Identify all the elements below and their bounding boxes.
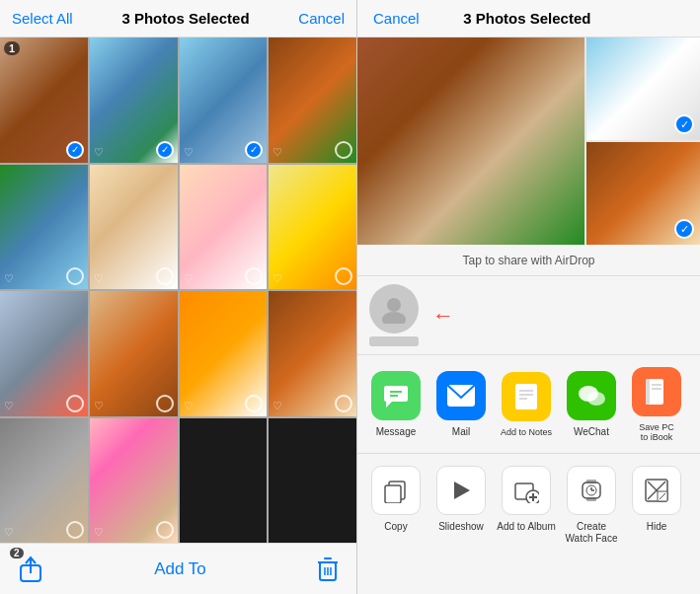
book-icon — [644, 377, 669, 407]
photo-cell[interactable]: 1 ✓ — [0, 37, 88, 163]
photo-cell[interactable]: ♡ — [90, 165, 178, 290]
photo-heart-icon: ♡ — [4, 272, 14, 285]
right-cancel-button[interactable]: Cancel — [373, 10, 420, 27]
photo-heart-icon: ♡ — [272, 272, 282, 285]
message-action-label: Message — [376, 426, 417, 437]
photo-cell[interactable]: ♡ — [90, 291, 178, 416]
hide-svg-icon — [644, 478, 669, 503]
photo-heart-icon: ♡ — [184, 146, 194, 159]
preview-row: ✓ ✓ — [357, 37, 700, 245]
add-album-action-label: Add to Album — [497, 521, 555, 533]
slideshow-action[interactable]: Slideshow — [430, 466, 492, 533]
right-header: Cancel 3 Photos Selected — [357, 0, 700, 37]
ibook-action-label: Save PCto iBook — [639, 422, 674, 442]
hide-icon — [632, 466, 681, 515]
photo-checkmark: ✓ — [66, 141, 84, 159]
photo-heart-icon: ♡ — [94, 146, 104, 159]
arrow-icon: ← — [432, 303, 454, 329]
photo-checkmark-empty — [245, 395, 263, 412]
photo-checkmark-empty — [66, 267, 84, 285]
watch-svg-icon — [579, 478, 604, 503]
watch-face-action-label: CreateWatch Face — [566, 521, 618, 545]
message-icon — [371, 371, 421, 420]
photo-checkmark-empty — [156, 521, 174, 539]
photo-checkmark-empty — [335, 267, 352, 285]
airdrop-hint-text: Tap to share with AirDrop — [462, 254, 594, 267]
photo-checkmark-empty — [66, 395, 84, 412]
photo-cell[interactable]: ♡ — [0, 165, 88, 290]
message-bubble-icon — [382, 382, 410, 409]
photo-badge: 1 — [4, 41, 20, 55]
mail-icon — [436, 371, 486, 420]
airdrop-hint: Tap to share with AirDrop — [357, 245, 700, 276]
hide-action[interactable]: Hide — [626, 466, 687, 533]
mail-action[interactable]: Mail — [430, 371, 492, 437]
notes-action[interactable]: Add to Notes — [496, 372, 557, 437]
photo-cell[interactable]: ♡ — [90, 418, 178, 544]
select-all-button[interactable]: Select All — [12, 10, 73, 27]
preview-photo-2[interactable]: ✓ — [586, 37, 700, 140]
watch-face-action[interactable]: CreateWatch Face — [561, 466, 622, 545]
add-album-svg-icon — [513, 478, 539, 503]
photo-cell[interactable]: ♡ — [269, 291, 356, 416]
preview-checkmark: ✓ — [674, 114, 694, 134]
preview-area: ✓ ✓ — [357, 37, 700, 245]
left-toolbar: 2 Add To — [0, 543, 356, 594]
photo-cell[interactable]: ♡ — [180, 165, 268, 290]
svg-rect-13 — [515, 384, 537, 409]
photo-heart-icon: ♡ — [272, 146, 282, 159]
photo-cell[interactable]: ♡ — [269, 37, 356, 163]
trash-icon — [317, 557, 339, 582]
photo-heart-icon: ♡ — [94, 526, 104, 539]
ibook-icon — [632, 367, 681, 416]
copy-pages-icon — [383, 478, 409, 503]
preview-photo-main[interactable] — [357, 37, 584, 245]
share-icon — [18, 556, 43, 583]
left-panel: Select All 3 Photos Selected Cancel 1 ✓ … — [0, 0, 357, 594]
left-cancel-button[interactable]: Cancel — [298, 10, 345, 27]
photo-checkmark-empty — [156, 267, 174, 285]
message-action[interactable]: Message — [365, 371, 427, 437]
contacts-row: ← — [357, 276, 700, 355]
more-actions-row: Copy Slideshow Add to Album — [357, 454, 700, 594]
notes-action-label: Add to Notes — [501, 427, 552, 437]
photo-cell[interactable]: ♡ — [0, 418, 88, 544]
wechat-action[interactable]: WeChat — [561, 371, 622, 437]
delete-button[interactable] — [317, 557, 339, 582]
mail-action-label: Mail — [452, 426, 470, 437]
share-actions-row: Message Mail Add to Notes — [357, 355, 700, 454]
ibook-action[interactable]: Save PCto iBook — [626, 367, 687, 442]
mail-envelope-icon — [446, 384, 476, 408]
photo-cell[interactable]: ♡ — [0, 291, 88, 416]
preview-photo-3[interactable]: ✓ — [586, 142, 700, 245]
svg-point-8 — [387, 298, 401, 312]
photo-heart-icon: ♡ — [94, 400, 104, 412]
photo-heart-icon: ♡ — [94, 272, 104, 285]
wechat-bubble-icon — [577, 382, 606, 409]
photo-heart-icon: ♡ — [184, 272, 194, 285]
watch-face-icon — [567, 466, 616, 515]
photo-cell[interactable]: ♡ ✓ — [180, 37, 268, 163]
photo-heart-icon: ♡ — [4, 526, 14, 539]
hide-action-label: Hide — [647, 521, 667, 533]
person-icon — [379, 294, 409, 324]
svg-marker-25 — [454, 482, 470, 499]
toolbar-badge: 2 — [10, 548, 24, 558]
copy-action-label: Copy — [384, 521, 407, 533]
share-button[interactable] — [18, 556, 43, 583]
copy-action[interactable]: Copy — [365, 466, 427, 533]
wechat-action-label: WeChat — [574, 426, 609, 437]
photo-cell[interactable]: ♡ — [180, 291, 268, 416]
photo-cell[interactable]: ♡ — [269, 165, 356, 290]
contact-item[interactable] — [369, 284, 419, 346]
play-triangle-icon — [448, 478, 474, 503]
add-to-label[interactable]: Add To — [154, 559, 206, 579]
svg-rect-24 — [385, 485, 401, 503]
svg-point-9 — [382, 312, 406, 324]
svg-rect-20 — [646, 379, 650, 405]
photo-heart-icon: ♡ — [4, 400, 14, 412]
photo-cell[interactable]: ♡ ✓ — [90, 37, 178, 163]
add-album-action[interactable]: Add to Album — [496, 466, 557, 533]
photo-checkmark-empty — [66, 521, 84, 539]
photo-checkmark-empty — [335, 141, 352, 159]
